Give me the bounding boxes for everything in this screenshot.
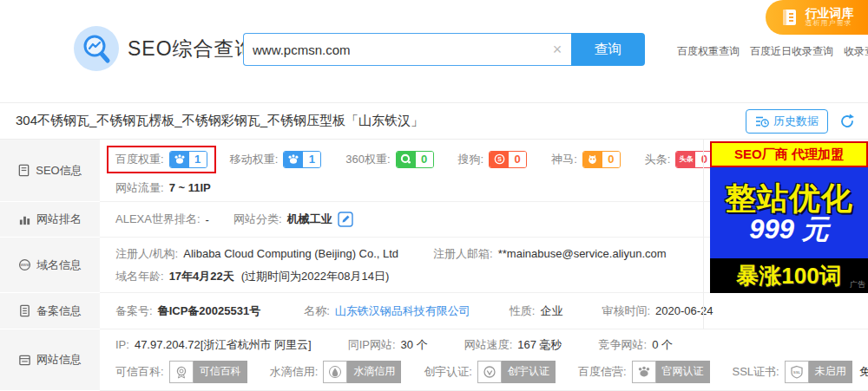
logo-text: SEO综合查询 bbox=[128, 36, 256, 62]
water-drop-icon bbox=[323, 361, 347, 383]
ssl-shield-icon: SSL bbox=[785, 361, 809, 383]
search-bar: × 查询 bbox=[243, 33, 645, 66]
registrant-value: Alibaba Cloud Computing (Beijing) Co., L… bbox=[183, 247, 398, 260]
360-weight-label: 360权重: bbox=[345, 152, 390, 167]
audit-time-label: 审核时间: bbox=[602, 303, 650, 319]
trusted-baike-badge[interactable]: 可信百科 bbox=[169, 361, 247, 383]
www-globe-icon: www bbox=[18, 258, 31, 271]
baidu-weight-label: 百度权重: bbox=[115, 152, 164, 167]
svg-text:www: www bbox=[20, 263, 30, 267]
sidebar-label: 网站信息 bbox=[36, 352, 82, 368]
v-circle-icon bbox=[477, 361, 502, 383]
trusted-baike-label: 可信百科: bbox=[115, 364, 164, 380]
content-ad-divider bbox=[703, 140, 704, 329]
baidu-weight-badge[interactable]: 1 bbox=[169, 151, 207, 168]
industry-lexicon-ribbon[interactable]: 行业词库 透析用户需求 bbox=[766, 0, 868, 35]
nature-value: 企业 bbox=[540, 303, 562, 319]
baidu-paw-gray-icon bbox=[632, 361, 656, 383]
svg-text:SSL: SSL bbox=[792, 369, 800, 374]
domain-age-note: (过期时间为2022年08月14日) bbox=[241, 269, 390, 284]
seo-query-page: SEO综合查询 × 查询 百度权重查询 百度近日收录查询 收录查询 行业词库 透… bbox=[0, 0, 868, 391]
query-button[interactable]: 查询 bbox=[571, 33, 645, 66]
row-site-info: IP: 47.97.204.72[浙江省杭州市 阿里云] 同IP网站: 30 个… bbox=[100, 329, 868, 391]
sidebar-label: 域名信息 bbox=[36, 257, 82, 273]
ribbon-title: 行业词库 bbox=[806, 7, 854, 20]
competitor-label: 竞争网站: bbox=[599, 337, 648, 353]
alexa-label: ALEXA世界排名: bbox=[115, 212, 201, 227]
company-name-link[interactable]: 山东铁汉钢品科技有限公司 bbox=[335, 303, 470, 319]
link-baidu-recent-index[interactable]: 百度近日收录查询 bbox=[750, 44, 833, 59]
page-title: 304不锈钢瓦_不锈钢瓦楞板_不锈钢彩钢瓦_不锈钢压型板「山东铁汉」 bbox=[16, 113, 424, 129]
shenma-label: 神马: bbox=[551, 152, 577, 167]
result-table: SEO信息 网站排名 www 域名信息 备案信息 网站信息 bbox=[0, 140, 868, 391]
same-ip-value: 30 个 bbox=[401, 337, 428, 353]
link-baidu-weight[interactable]: 百度权重查询 bbox=[677, 44, 740, 59]
ad-middle: 整站优化 999 元 bbox=[710, 167, 868, 258]
sidebar-item-site-rank: 网站排名 bbox=[0, 202, 100, 238]
icp-number-label: 备案号: bbox=[115, 303, 153, 319]
360-weight-badge[interactable]: 0 bbox=[396, 151, 434, 168]
ad-bottom-strip: 暴涨100词 广告 bbox=[710, 258, 868, 293]
traffic-value: 7 ~ 11IP bbox=[169, 181, 211, 194]
baidu-weight-value: 1 bbox=[189, 152, 207, 167]
logo-magnifier-icon bbox=[74, 26, 119, 71]
shenma-owl-icon bbox=[583, 152, 602, 167]
baidu-paw-icon bbox=[170, 152, 189, 167]
sidebar: SEO信息 网站排名 www 域名信息 备案信息 网站信息 bbox=[0, 140, 100, 391]
domain-age-label: 域名年龄: bbox=[115, 269, 164, 284]
history-list-clock-icon bbox=[755, 115, 769, 127]
official-site-cert-badge[interactable]: 官网认证 bbox=[632, 361, 710, 383]
category-label: 网站分类: bbox=[233, 212, 282, 227]
logo[interactable]: SEO综合查询 bbox=[74, 26, 256, 71]
edit-category-icon[interactable] bbox=[338, 212, 353, 227]
ribbon-subtitle: 透析用户需求 bbox=[806, 20, 854, 28]
toutiao-badge[interactable]: 头条 0 bbox=[675, 151, 713, 168]
nature-label: 性质: bbox=[510, 303, 536, 319]
email-value: **mainabuse@service.aliyun.com bbox=[498, 247, 667, 260]
ad-tag: 广告 bbox=[850, 279, 865, 290]
refresh-icon[interactable] bbox=[838, 113, 856, 130]
sogou-badge[interactable]: S 0 bbox=[489, 151, 527, 168]
mobile-weight-label: 移动权重: bbox=[230, 152, 279, 167]
mobile-weight-value: 1 bbox=[303, 152, 320, 167]
ad-headline: 整站优化 bbox=[725, 181, 853, 216]
history-data-button[interactable]: 历史数据 bbox=[746, 109, 828, 134]
ad-price: 999 元 bbox=[749, 215, 828, 244]
chuangyu-cert-badge[interactable]: 创宇认证 bbox=[477, 361, 556, 383]
email-label: 注册人邮箱: bbox=[433, 246, 493, 262]
ip-value: 47.97.204.72[浙江省杭州市 阿里云] bbox=[135, 337, 312, 353]
shenma-value: 0 bbox=[602, 152, 620, 167]
competitor-value: 0 个 bbox=[652, 337, 673, 353]
bar-chart-icon bbox=[18, 213, 31, 226]
toutiao-label: 头条: bbox=[645, 152, 671, 167]
record-file-icon bbox=[18, 304, 31, 317]
book-icon bbox=[780, 8, 799, 27]
ssl-cert-label: SSL证书: bbox=[733, 364, 779, 380]
free-apply-link[interactable]: 免费申请 bbox=[859, 364, 868, 380]
icp-name-label: 名称: bbox=[304, 303, 330, 319]
same-ip-label: 同IP网站: bbox=[348, 337, 396, 353]
mobile-weight-badge[interactable]: 1 bbox=[283, 151, 321, 168]
link-index-query[interactable]: 收录查询 bbox=[844, 44, 868, 59]
registrant-label: 注册人/机构: bbox=[115, 246, 178, 262]
clear-icon[interactable]: × bbox=[549, 41, 566, 58]
search-input[interactable] bbox=[243, 33, 571, 66]
shenma-badge[interactable]: 0 bbox=[582, 151, 621, 168]
ad-top-strip: SEO厂商 代理加盟 bbox=[710, 141, 868, 167]
baidu-paw-icon bbox=[284, 152, 303, 167]
ssl-cert-badge[interactable]: SSL 未启用 bbox=[785, 361, 852, 383]
sogou-label: 搜狗: bbox=[458, 152, 484, 167]
sidebar-label: 备案信息 bbox=[36, 303, 82, 319]
baidu-weight-highlight: 百度权重: 1 bbox=[107, 146, 216, 173]
speed-value: 167 毫秒 bbox=[517, 337, 562, 353]
title-bar: 304不锈钢瓦_不锈钢瓦楞板_不锈钢彩钢瓦_不锈钢压型板「山东铁汉」 历史数据 bbox=[0, 102, 868, 140]
document-icon bbox=[17, 164, 30, 177]
toutiao-logo-icon: 头条 bbox=[676, 152, 695, 167]
icp-number-value: 鲁ICP备20025531号 bbox=[158, 303, 261, 319]
category-value: 机械工业 bbox=[287, 212, 332, 227]
alexa-value: - bbox=[206, 213, 209, 226]
row-icp-info: 备案号: 鲁ICP备20025531号 名称: 山东铁汉钢品科技有限公司 性质:… bbox=[100, 293, 868, 329]
shuidi-credit-badge[interactable]: 水滴信用 bbox=[323, 361, 401, 383]
ad-banner[interactable]: SEO厂商 代理加盟 整站优化 999 元 暴涨100词 广告 bbox=[710, 141, 868, 293]
sidebar-label: 网站排名 bbox=[36, 212, 82, 227]
